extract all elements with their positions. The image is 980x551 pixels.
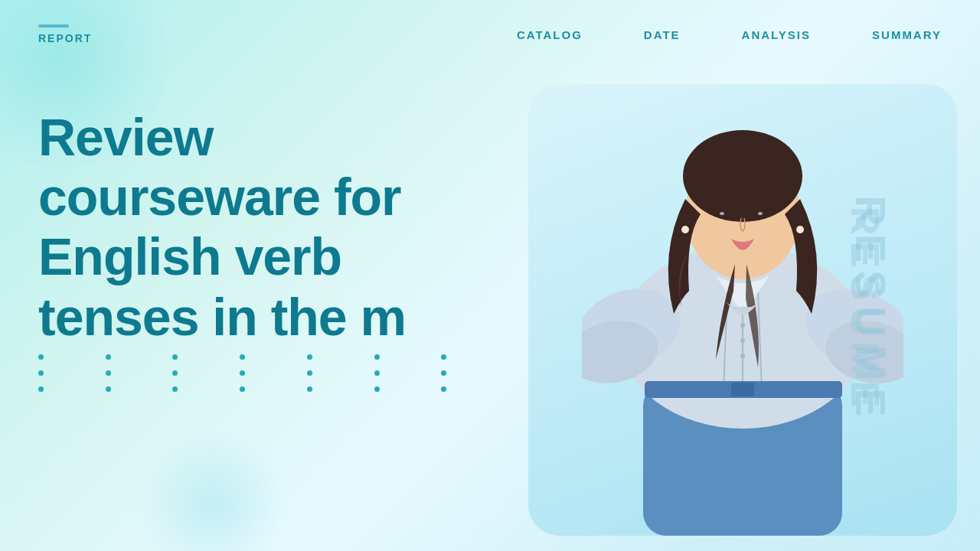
svg-point-12 xyxy=(683,130,802,222)
nav-links: CATALOG DATE ANALYSIS SUMMARY xyxy=(517,28,942,41)
dot xyxy=(38,370,44,376)
nav-link-analysis[interactable]: ANALYSIS xyxy=(742,28,811,41)
hero-title: Review courseware for English verb tense… xyxy=(38,107,498,347)
svg-rect-20 xyxy=(731,383,754,396)
nav-link-summary[interactable]: SUMMARY xyxy=(872,28,942,41)
dot xyxy=(172,370,178,376)
hero-title-line3: English verb xyxy=(38,227,341,285)
dot xyxy=(240,354,245,360)
svg-point-23 xyxy=(740,354,745,358)
right-section: RESUME RESUME xyxy=(444,69,980,551)
dot-grid-decoration xyxy=(38,354,498,392)
navbar: REPORT CATALOG DATE ANALYSIS SUMMARY xyxy=(0,0,980,69)
hero-title-line2: courseware for xyxy=(38,168,401,226)
dot xyxy=(38,354,44,360)
dot xyxy=(172,386,178,392)
svg-point-17 xyxy=(681,226,689,233)
nav-logo-label[interactable]: REPORT xyxy=(38,32,92,44)
dot xyxy=(374,354,380,360)
person-svg xyxy=(582,99,903,536)
dot xyxy=(172,354,178,360)
svg-point-18 xyxy=(796,226,804,233)
dot xyxy=(106,386,111,392)
main-content: Review courseware for English verb tense… xyxy=(0,69,980,551)
nav-logo-line xyxy=(38,24,69,28)
dot xyxy=(374,370,380,376)
dot xyxy=(307,354,312,360)
svg-point-15 xyxy=(720,212,724,215)
hero-title-line1: Review xyxy=(38,108,213,166)
svg-point-16 xyxy=(758,212,763,215)
dot xyxy=(374,386,380,392)
svg-point-22 xyxy=(740,338,745,343)
dot xyxy=(106,370,111,376)
nav-link-catalog[interactable]: CATALOG xyxy=(517,28,583,41)
dot xyxy=(307,386,312,392)
dot xyxy=(106,354,111,360)
hero-title-line4: tenses in the m xyxy=(38,288,406,346)
nav-logo[interactable]: REPORT xyxy=(38,24,92,44)
dot xyxy=(38,386,44,392)
image-card: RESUME xyxy=(528,84,957,536)
left-section: Review courseware for English verb tense… xyxy=(38,107,498,415)
dot xyxy=(240,370,245,376)
nav-link-date[interactable]: DATE xyxy=(644,28,681,41)
svg-point-21 xyxy=(740,323,745,328)
person-figure xyxy=(582,99,903,536)
dot xyxy=(307,370,312,376)
dot xyxy=(240,386,245,392)
